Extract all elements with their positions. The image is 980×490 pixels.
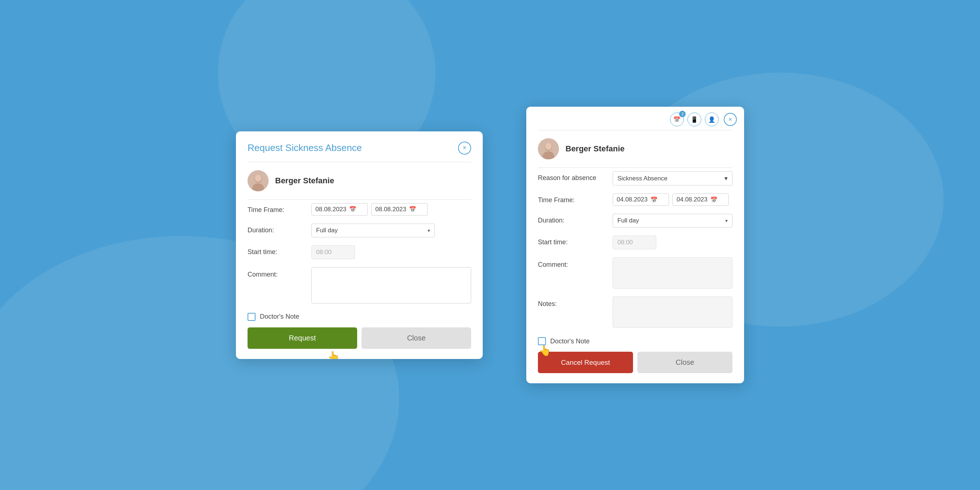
right-doctors-note-row: Doctor's Note 👆: [538, 336, 732, 352]
left-doctors-note-label: Doctor's Note: [260, 313, 299, 320]
right-badge: 3: [679, 111, 686, 117]
left-close-btn-bottom[interactable]: Close: [361, 328, 471, 349]
right-dialog: 📅 3 📱 👤 × Berger: [526, 107, 744, 383]
right-comment-textarea[interactable]: [612, 257, 732, 288]
left-avatar: [248, 170, 269, 191]
right-start-time-value: 08:00: [617, 239, 633, 246]
right-duration-row: Duration: Full day ▾: [538, 214, 732, 228]
left-date-to-value: 08.08.2023: [375, 206, 406, 213]
left-duration-value: Full day: [316, 227, 338, 234]
left-date-to-input[interactable]: 08.08.2023 📅: [371, 203, 428, 216]
right-date-to-value: 04.08.2023: [676, 196, 707, 203]
left-duration-select[interactable]: Full day ▾: [312, 224, 435, 237]
cursor-hand-left: 👆: [328, 351, 340, 359]
right-start-time-input[interactable]: 08:00: [612, 235, 656, 249]
right-duration-select[interactable]: Full day ▾: [612, 214, 732, 228]
right-reason-row: Reason for absence Sickness Absence ▾: [538, 171, 732, 186]
left-start-time-row: Start time: 08:00: [248, 245, 471, 259]
right-duration-chevron-icon: ▾: [725, 218, 728, 224]
right-comment-label: Comment:: [538, 257, 607, 269]
right-reason-chevron-icon: ▾: [724, 175, 728, 182]
right-avatar: [538, 138, 559, 159]
right-cancel-request-button[interactable]: Cancel Request: [538, 352, 633, 373]
right-calendar-icon-btn[interactable]: 📅 3: [670, 113, 684, 126]
left-dialog-header: Request Sickness Absence ×: [236, 131, 483, 162]
right-notes-row: Notes:: [538, 296, 732, 328]
left-comment-textarea[interactable]: [312, 267, 471, 304]
right-start-time-row: Start time: 08:00: [538, 235, 732, 249]
left-duration-label: Duration:: [248, 224, 305, 234]
left-comment-label: Comment:: [248, 267, 305, 278]
left-request-button[interactable]: Request: [248, 328, 357, 349]
left-duration-row: Duration: Full day ▾: [248, 224, 471, 237]
svg-point-7: [545, 143, 552, 150]
right-form-body: Reason for absence Sickness Absence ▾ Ti…: [526, 168, 744, 383]
left-date-from-input[interactable]: 08.08.2023 📅: [312, 203, 368, 216]
right-date-to-input[interactable]: 04.08.2023 📅: [673, 194, 729, 206]
main-container: Request Sickness Absence × Berger Stefan…: [0, 0, 980, 490]
left-doctors-note-checkbox[interactable]: [248, 313, 256, 321]
left-comment-row: Comment:: [248, 267, 471, 304]
left-buttons-row: Request Close 👆: [248, 328, 471, 349]
left-cal-from-icon: 📅: [349, 206, 356, 213]
right-duration-label: Duration:: [538, 214, 607, 224]
right-reason-select[interactable]: Sickness Absence ▾: [612, 171, 732, 186]
left-user-name: Berger Stefanie: [275, 176, 334, 186]
right-close-icon: ×: [729, 116, 732, 123]
left-time-frame-controls: 08.08.2023 📅 08.08.2023 📅: [312, 203, 471, 216]
left-cal-to-icon: 📅: [409, 206, 416, 213]
left-user-row: Berger Stefanie: [236, 162, 483, 199]
left-start-time-value: 08:00: [316, 249, 332, 256]
left-close-button[interactable]: ×: [458, 142, 471, 154]
right-notes-label: Notes:: [538, 296, 607, 308]
right-contacts-icon-btn[interactable]: 👤: [705, 113, 719, 126]
right-close-button[interactable]: ×: [724, 113, 737, 126]
left-start-time-input[interactable]: 08:00: [312, 245, 355, 259]
right-calendar-icon: 📅: [673, 116, 681, 123]
right-cal-to-icon: 📅: [710, 196, 718, 203]
left-doctors-note-row: Doctor's Note: [248, 312, 471, 328]
right-buttons-row: Cancel Request Close: [538, 352, 732, 373]
right-time-frame-label: Time Frame:: [538, 194, 607, 204]
left-time-frame-row: Time Frame: 08.08.2023 📅 08.08.2023 📅: [248, 203, 471, 216]
right-comment-row: Comment:: [538, 257, 732, 288]
right-phone-icon: 📱: [691, 116, 698, 123]
right-avatar-image: [538, 138, 559, 159]
left-time-frame-label: Time Frame:: [248, 203, 305, 214]
left-date-from-value: 08.08.2023: [315, 206, 346, 213]
right-time-frame-row: Time Frame: 04.08.2023 📅 04.08.2023 📅: [538, 194, 732, 206]
left-close-icon: ×: [463, 144, 467, 152]
left-dialog-title: Request Sickness Absence: [248, 142, 362, 154]
right-dialog-header-icons: 📅 3 📱 👤 ×: [526, 107, 744, 130]
right-reason-label: Reason for absence: [538, 171, 607, 182]
right-date-from-input[interactable]: 04.08.2023 📅: [612, 194, 669, 206]
right-phone-icon-btn[interactable]: 📱: [687, 113, 701, 126]
svg-point-3: [255, 175, 261, 182]
right-reason-value: Sickness Absence: [617, 175, 668, 182]
right-notes-textarea[interactable]: [612, 296, 732, 328]
left-duration-chevron-icon: ▾: [428, 228, 430, 233]
right-time-frame-controls: 04.08.2023 📅 04.08.2023 📅: [612, 194, 732, 206]
right-duration-value: Full day: [617, 217, 639, 224]
left-dialog: Request Sickness Absence × Berger Stefan…: [236, 131, 483, 359]
right-doctors-note-label: Doctor's Note: [550, 337, 589, 345]
right-close-btn-bottom[interactable]: Close: [637, 352, 732, 373]
right-start-time-label: Start time:: [538, 235, 607, 246]
left-start-time-label: Start time:: [248, 245, 305, 256]
right-contacts-icon: 👤: [708, 116, 715, 123]
left-form-body: Time Frame: 08.08.2023 📅 08.08.2023 📅 Du…: [236, 200, 483, 359]
right-date-from-value: 04.08.2023: [617, 196, 648, 203]
left-avatar-image: [248, 170, 269, 191]
right-user-name: Berger Stefanie: [565, 144, 625, 154]
right-doctors-note-checkbox[interactable]: [538, 337, 546, 345]
right-cal-from-icon: 📅: [651, 196, 658, 203]
right-user-row: Berger Stefanie: [526, 130, 744, 167]
